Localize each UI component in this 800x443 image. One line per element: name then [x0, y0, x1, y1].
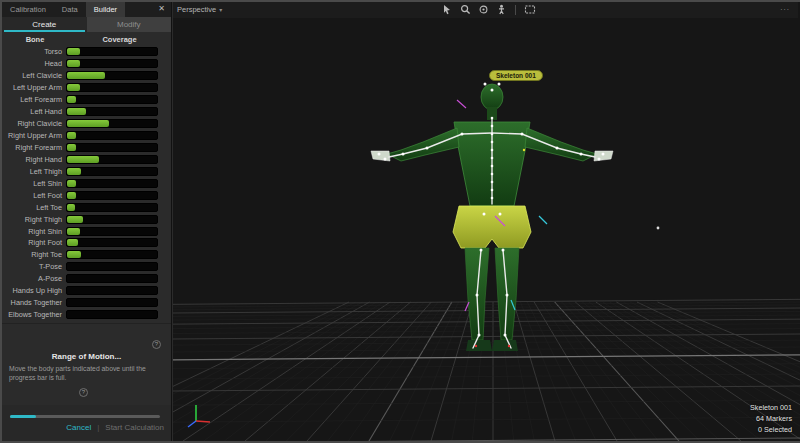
coverage-row: T-Pose	[2, 261, 171, 273]
coverage-row: A-Pose	[2, 273, 171, 285]
range-of-motion-section: ? Range of Motion... Move the body parts…	[2, 323, 171, 405]
coverage-row: Left Hand	[2, 106, 171, 118]
marquee-rectangle-icon[interactable]	[523, 3, 536, 16]
coverage-row: Right Clavicle	[2, 118, 171, 130]
bone-label: Right Upper Arm	[2, 131, 66, 140]
create-modify-tabs: Create Modify	[2, 17, 171, 32]
panel-tab-bar: Calibration Data Builder ✕	[2, 2, 171, 17]
tab-builder[interactable]: Builder	[86, 2, 125, 17]
coverage-bar	[66, 274, 158, 283]
coverage-bar-fill	[67, 156, 99, 163]
help-icon[interactable]: ?	[152, 340, 161, 349]
coverage-bar-fill	[67, 239, 78, 246]
start-calculation-button[interactable]: Start Calculation	[105, 423, 164, 432]
coverage-row: Hands Together	[2, 297, 171, 309]
coverage-bar-fill	[67, 192, 76, 199]
coverage-row: Right Forearm	[2, 142, 171, 154]
stray-marker[interactable]	[657, 227, 660, 230]
coverage-bar	[66, 155, 158, 164]
tab-create[interactable]: Create	[2, 17, 87, 32]
coverage-bar	[66, 298, 158, 307]
bone-label: Right Toe	[2, 250, 66, 259]
coverage-row: Torso	[2, 46, 171, 58]
coverage-row: Left Foot	[2, 189, 171, 201]
scene-canvas[interactable]	[173, 2, 800, 441]
tab-data[interactable]: Data	[54, 2, 86, 17]
bone-label: Right Thigh	[2, 215, 66, 224]
bone-label: Hands Up High	[2, 286, 66, 295]
application-window: Calibration Data Builder ✕ Create Modify…	[0, 0, 800, 443]
coverage-bar-fill	[67, 96, 76, 103]
coverage-bar-fill	[67, 168, 81, 175]
coverage-bar	[66, 167, 158, 176]
button-separator: |	[97, 423, 99, 432]
coverage-row: Left Forearm	[2, 94, 171, 106]
bone-label: Left Foot	[2, 191, 66, 200]
camera-view-selector[interactable]: Perspective▾	[177, 5, 222, 14]
column-bone: Bone	[2, 35, 68, 44]
coverage-bar-fill	[67, 48, 80, 55]
coverage-row: Left Shin	[2, 177, 171, 189]
chevron-down-icon: ▾	[219, 7, 222, 13]
coverage-bar	[66, 227, 158, 236]
help-icon[interactable]: ?	[79, 388, 88, 397]
coverage-bar	[66, 250, 158, 259]
coverage-bar	[66, 83, 158, 92]
coverage-bar-fill	[67, 251, 81, 258]
coverage-bar	[66, 238, 158, 247]
coverage-row: Right Shin	[2, 225, 171, 237]
skeleton-person-icon[interactable]	[495, 3, 508, 16]
coverage-bar	[66, 286, 158, 295]
coverage-row: Right Toe	[2, 249, 171, 261]
builder-panel: Calibration Data Builder ✕ Create Modify…	[2, 2, 172, 441]
coverage-bar-fill	[67, 72, 105, 79]
coverage-row: Left Clavicle	[2, 70, 171, 82]
coverage-bar-fill	[67, 108, 86, 115]
coverage-bar-fill	[67, 180, 76, 187]
bone-label: Torso	[2, 47, 66, 56]
zoom-magnifier-icon[interactable]	[459, 3, 472, 16]
coverage-column-headers: Bone Coverage	[2, 32, 171, 46]
tab-modify[interactable]: Modify	[87, 17, 172, 32]
coverage-row: Right Upper Arm	[2, 130, 171, 142]
coverage-bar-fill	[67, 120, 109, 127]
coverage-row: Right Foot	[2, 237, 171, 249]
coverage-row: Hands Up High	[2, 285, 171, 297]
rom-description: Move the body parts indicated above unti…	[9, 364, 164, 382]
coverage-bar-fill	[67, 204, 75, 211]
bone-label: Left Hand	[2, 107, 66, 116]
tabbar-spacer	[125, 2, 152, 17]
coverage-bar-fill	[67, 216, 83, 223]
tab-calibration[interactable]: Calibration	[2, 2, 54, 17]
overflow-menu[interactable]: ...	[780, 3, 790, 12]
coverage-bar-fill	[67, 228, 80, 235]
coverage-bar	[66, 107, 158, 116]
coverage-bar	[66, 179, 158, 188]
bone-label: Left Thigh	[2, 167, 66, 176]
coverage-row: Elbows Together	[2, 309, 171, 321]
coverage-bar	[66, 215, 158, 224]
rom-title: Range of Motion...	[2, 352, 171, 361]
selection-status: Skeleton 001 64 Markers 0 Selected	[750, 402, 792, 435]
coverage-bar	[66, 191, 158, 200]
bone-label: Elbows Together	[2, 310, 66, 319]
bone-label: Right Clavicle	[2, 119, 66, 128]
column-coverage: Coverage	[68, 35, 171, 44]
coverage-bar-fill	[67, 144, 76, 151]
viewport-toolbar: Perspective▾ ...	[173, 2, 798, 18]
bone-label: Right Forearm	[2, 143, 66, 152]
close-icon[interactable]: ✕	[152, 2, 171, 17]
orbit-icon[interactable]	[477, 3, 490, 16]
coverage-bar-fill	[67, 132, 76, 139]
cancel-button[interactable]: Cancel	[66, 423, 91, 432]
coverage-bar	[66, 203, 158, 212]
coverage-bar-fill	[67, 60, 80, 67]
status-selected-count: 0 Selected	[750, 424, 792, 435]
coverage-bar	[66, 47, 158, 56]
viewport-3d[interactable]: Perspective▾ ...	[173, 2, 798, 441]
bone-label: Hands Together	[2, 298, 66, 307]
coverage-bar	[66, 59, 158, 68]
skeleton-name-label[interactable]: Skeleton 001	[489, 70, 543, 81]
select-cursor-icon[interactable]	[441, 3, 454, 16]
coverage-row: Left Thigh	[2, 165, 171, 177]
